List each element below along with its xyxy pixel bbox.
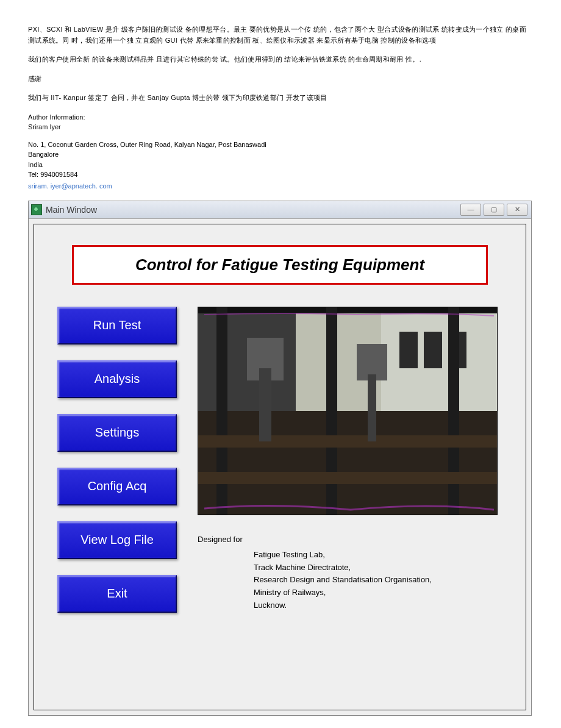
designed-for-label: Designed for — [198, 534, 510, 546]
body-paragraph-3: 我们与 IIT- Kanpur 签定了 合同，并在 Sanjay Gupta 博… — [28, 93, 533, 104]
app-window: Main Window — ▢ ✕ Control for Fatigue Te… — [28, 201, 532, 716]
body-paragraph-2: 我们的客户使用全新 的设备来测试样品并 且进行其它特殊的尝 试。他们使用得到的 … — [28, 54, 533, 65]
email-link[interactable]: sriram. iyer@apnatech. com — [28, 182, 112, 190]
org-line-4: Ministry of Railways, — [254, 587, 510, 599]
exit-button[interactable]: Exit — [57, 575, 177, 613]
svg-rect-16 — [368, 374, 376, 441]
svg-rect-14 — [259, 368, 271, 441]
settings-button[interactable]: Settings — [57, 414, 177, 452]
banner-text: Control for Fatigue Testing Equipment — [135, 255, 424, 274]
view-log-file-button[interactable]: View Log File — [57, 521, 177, 559]
org-line-5: Lucknow. — [254, 599, 510, 612]
svg-rect-12 — [198, 472, 497, 484]
telephone: Tel: 9940091584 — [28, 170, 533, 180]
thanks-heading: 感谢 — [28, 74, 533, 85]
author-name: Sriram Iyer — [28, 122, 533, 132]
app-icon — [31, 204, 42, 215]
svg-rect-11 — [198, 435, 497, 448]
window-titlebar: Main Window — ▢ ✕ — [29, 201, 531, 219]
run-test-button[interactable]: Run Test — [57, 307, 177, 344]
maximize-button[interactable]: ▢ — [484, 204, 504, 216]
analysis-button[interactable]: Analysis — [57, 360, 177, 398]
svg-rect-5 — [424, 332, 442, 368]
machine-image — [198, 307, 498, 515]
address-line-3: India — [28, 160, 533, 170]
designed-for-block: Designed for Fatigue Testing Lab, Track … — [198, 534, 510, 612]
body-paragraph-1: PXI、SCXI 和 LabVIEW 是升 级客户陈旧的测试设 备的理想平台。最… — [28, 24, 533, 46]
author-label: Author Information: — [28, 112, 533, 123]
window-controls: — ▢ ✕ — [460, 204, 527, 216]
title-banner: Control for Fatigue Testing Equipment — [72, 245, 488, 285]
svg-rect-4 — [399, 332, 418, 368]
org-line-3: Research Design and Standatisation Organ… — [254, 574, 510, 587]
address-line-2: Bangalore — [28, 149, 533, 160]
window-title: Main Window — [46, 205, 97, 215]
config-acq-button[interactable]: Config Acq — [57, 468, 177, 505]
org-line-1: Fatigue Testing Lab, — [254, 549, 510, 562]
close-button[interactable]: ✕ — [507, 204, 527, 216]
minimize-button[interactable]: — — [460, 204, 481, 216]
org-line-2: Track Machine Directratote, — [254, 562, 510, 574]
address-line-1: No. 1, Coconut Garden Cross, Outer Ring … — [28, 140, 533, 150]
button-column: Run Test Analysis Settings Config Acq Vi… — [57, 307, 177, 613]
